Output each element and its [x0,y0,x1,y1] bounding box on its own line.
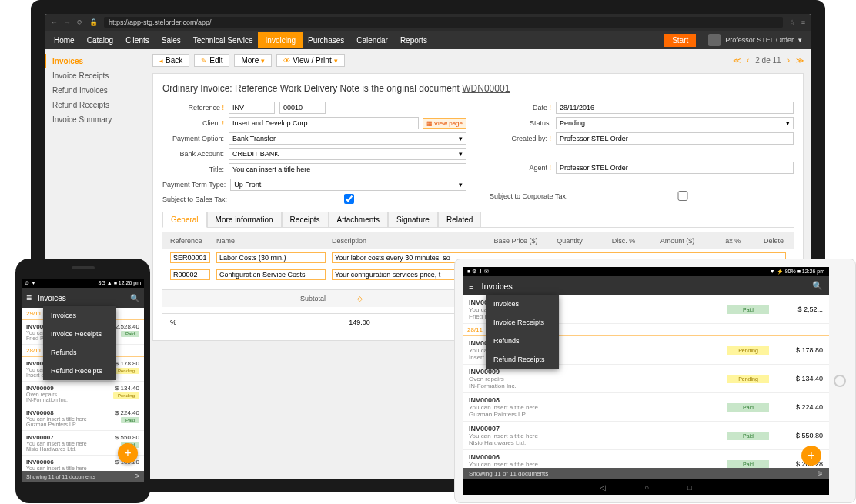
top-nav: Home Catalog Clients Sales Technical Ser… [45,31,811,49]
ref-num-input[interactable] [279,102,326,114]
hamburger-icon[interactable]: ≡ [469,282,473,291]
lock-icon: 🔒 [89,18,98,26]
dd-invoices[interactable]: Invoices [43,306,116,325]
col-del: Delete [758,235,789,246]
line-name-input[interactable] [216,269,326,280]
back-icon[interactable]: ← [51,18,58,26]
chevron-left-icon: ◂ [159,57,163,65]
col-desc: Description [329,235,489,246]
address-bar[interactable]: https://app-stg.stelorder.com/app/ [104,17,783,28]
forward-icon[interactable]: → [64,18,71,26]
filter-icon[interactable]: ⚞ [135,473,139,479]
dd-refund-rec[interactable]: Refund Receipts [486,350,559,369]
dd-receipts[interactable]: Invoice Receipts [43,325,116,343]
salestax-checkbox[interactable] [232,194,466,204]
line-ref-input[interactable] [170,252,210,263]
more-button[interactable]: More ▾ [234,54,272,67]
home-icon[interactable]: ○ [644,483,649,492]
sidebar-refund-rec[interactable]: Refund Receipts [45,98,145,112]
line-name-input[interactable] [216,252,326,263]
sidebar-receipts[interactable]: Invoice Receipts [45,68,145,83]
back-icon[interactable]: ◁ [600,483,606,492]
tablet-header: ≡ Invoices 🔍 [463,276,829,295]
filter-icon[interactable]: ⚞ [818,470,823,477]
col-tax: Tax % [704,235,758,246]
col-qty: Quantity [543,235,597,246]
dd-receipts[interactable]: Invoice Receipts [486,313,559,332]
nav-calendar[interactable]: Calendar [356,36,388,45]
search-icon[interactable]: 🔍 [130,294,139,302]
tab-attachments[interactable]: Attachments [329,212,389,227]
bank-select[interactable]: CREDIT BANK▾ [229,148,466,160]
payment-option-select[interactable]: Bank Transfer▾ [229,132,466,145]
invoice-item[interactable]: INV00009Oven repairsIN-Formation Inc.Pen… [463,365,829,393]
line-ref-input[interactable] [170,269,210,280]
phone-header: ≡ Invoices 🔍 [22,288,144,308]
nav-clients[interactable]: Clients [125,36,149,45]
view-print-button[interactable]: 👁View / Print ▾ [276,54,344,67]
tab-more[interactable]: More information [207,212,282,227]
agent-input[interactable] [556,162,794,174]
title-input[interactable] [229,163,466,175]
nav-invoicing[interactable]: Invoicing [258,32,303,48]
nav-technical[interactable]: Technical Service [193,36,253,45]
tablet-statusbar: ■ ⚙ ⬇ ✉▼ ⚡ 80% ■ 12:26 pm [463,267,829,276]
invoice-item[interactable]: INV00008You can insert a title hereGuzma… [22,406,144,431]
browser-chrome: ← → ⟳ 🔒 https://app-stg.stelorder.com/ap… [45,14,811,31]
date-input[interactable] [556,102,794,114]
payterm-select[interactable]: Up Front▾ [230,179,466,191]
search-icon[interactable]: 🔍 [812,281,823,291]
tab-general[interactable]: General [162,212,207,228]
recent-icon[interactable]: □ [687,483,692,492]
createdby-input[interactable] [556,132,794,145]
phone-footer: Showing 11 of 11 documents⚞ [22,471,144,482]
tab-signature[interactable]: Signature [388,212,438,227]
sidebar-summary[interactable]: Invoice Summary [45,112,145,127]
pager: ≪ ‹ 2 de 11 › ≫ [733,56,804,65]
back-button[interactable]: ◂Back [152,54,189,67]
invoice-item[interactable]: INV00006You can insert a title hereTit-T… [463,450,829,468]
view-page-link[interactable]: ▦ View page [423,118,466,129]
star-icon[interactable]: ☆ [789,18,795,26]
nav-sales[interactable]: Sales [162,36,181,45]
dd-refunds[interactable]: Refunds [43,343,116,362]
tab-receipts[interactable]: Receipts [282,212,329,227]
nav-purchases[interactable]: Purchases [308,36,344,45]
last-page-icon[interactable]: ≫ [796,56,804,65]
dd-refund-rec[interactable]: Refund Receipts [43,362,116,380]
edit-button[interactable]: ✎Edit [194,54,229,67]
tablet-footer: Showing 11 of 11 documents⚞ [463,468,829,479]
original-doc-link[interactable]: WDN00001 [462,83,510,94]
user-menu[interactable]: Professor STEL Order ▾ [708,34,802,46]
menu-icon[interactable]: ≡ [801,18,805,26]
fab-add-button[interactable]: + [801,446,821,466]
nav-catalog[interactable]: Catalog [87,36,113,45]
chevron-down-icon: ▾ [334,57,338,65]
pencil-icon: ✎ [201,57,207,65]
reload-icon[interactable]: ⟳ [77,18,83,26]
status-select[interactable]: Pending▾ [556,117,794,129]
start-button[interactable]: Start [664,34,696,47]
sidebar-refund-inv[interactable]: Refund Invoices [45,83,145,98]
fab-add-button[interactable]: + [118,443,138,463]
sidebar-invoices[interactable]: Invoices [45,54,145,68]
hamburger-icon[interactable]: ≡ [26,292,32,303]
phone-screen: ⊙ ▼3G ▲ ■ 12:26 pm ≡ Invoices 🔍 Invoices… [22,279,144,482]
corptax-checkbox[interactable] [572,191,794,201]
invoice-item[interactable]: INV00007You can insert a title hereNisio… [463,422,829,450]
tab-related[interactable]: Related [438,212,481,227]
client-input[interactable] [229,117,419,129]
prev-page-icon[interactable]: ‹ [747,56,749,65]
first-page-icon[interactable]: ≪ [733,56,741,65]
dd-refunds[interactable]: Refunds [486,332,559,350]
nav-home[interactable]: Home [54,36,75,45]
invoice-item[interactable]: INV00009Oven repairsIN-Formation Inc.$ 1… [22,382,144,406]
next-page-icon[interactable]: › [787,56,790,65]
dd-invoices[interactable]: Invoices [486,295,559,313]
ref-prefix-input[interactable] [229,102,275,114]
detail-tabs: General More information Receipts Attach… [162,212,794,228]
invoice-item[interactable]: INV00008You can insert a title hereGuzma… [463,393,829,422]
tablet-dropdown: Invoices Invoice Receipts Refunds Refund… [486,295,559,369]
nav-reports[interactable]: Reports [400,36,427,45]
phone-title: Invoices [38,294,66,302]
